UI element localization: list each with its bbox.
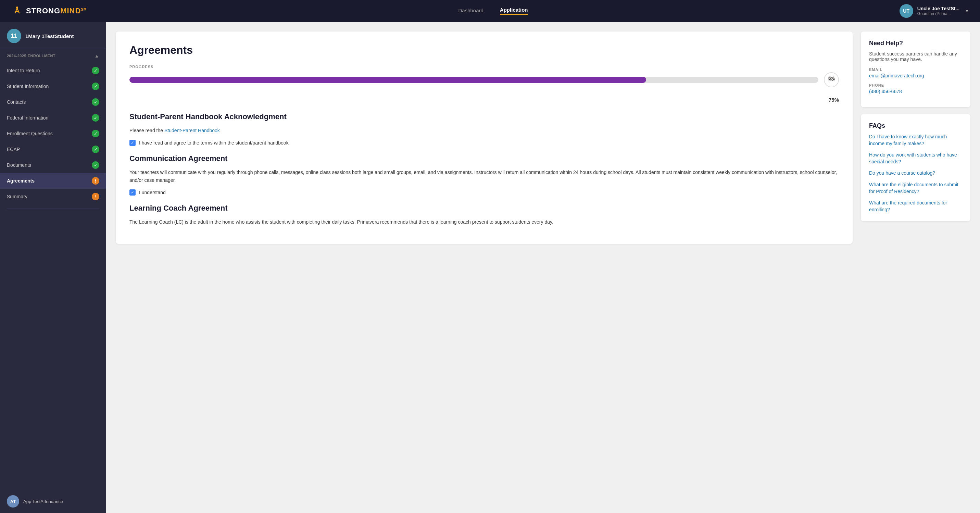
- help-email[interactable]: email@primaveratech.org: [869, 73, 962, 78]
- logo-text: STRONGMINDSM: [26, 6, 87, 15]
- progress-percentage: 75%: [129, 97, 839, 103]
- user-menu[interactable]: UT Uncle Joe TestSt... Guardian (Prima..…: [899, 4, 969, 18]
- sidebar-item-enrollment-questions[interactable]: Enrollment Questions ✓: [0, 126, 106, 142]
- sidebar: 11 1Mary 1TestStudent 2024-2025 ENROLLME…: [0, 22, 106, 513]
- handbook-checkbox[interactable]: ✓: [129, 140, 135, 146]
- help-title: Need Help?: [869, 40, 962, 47]
- sidebar-item-documents[interactable]: Documents ✓: [0, 157, 106, 173]
- sidebar-item-student-information[interactable]: Student Information ✓: [0, 78, 106, 94]
- sidebar-item-intent-to-return[interactable]: Intent to Return ✓: [0, 63, 106, 78]
- nav-item-label: Contacts: [7, 99, 26, 105]
- page-layout: Agreements PROGRESS 🏁 75% Student-Parent…: [0, 22, 980, 513]
- right-panel: Need Help? Student success partners can …: [861, 32, 970, 221]
- progress-flag-icon: 🏁: [824, 72, 839, 87]
- user-role: Guardian (Prima...: [917, 11, 959, 16]
- faq-item-4[interactable]: What are the required documents for enro…: [869, 200, 962, 213]
- enrollment-label[interactable]: 2024-2025 ENROLLMENT ▲: [7, 53, 99, 59]
- learning-coach-section-body: The Learning Coach (LC) is the adult in …: [129, 218, 839, 226]
- bottom-avatar: AT: [7, 495, 19, 508]
- student-name: 1Mary 1TestStudent: [25, 33, 74, 39]
- faq-item-2[interactable]: Do you have a course catalog?: [869, 170, 962, 177]
- communication-checkbox-label: I understand: [139, 190, 166, 195]
- status-complete-icon: ✓: [92, 161, 99, 169]
- help-subtitle: Student success partners can handle any …: [869, 51, 962, 62]
- status-complete-icon: ✓: [92, 130, 99, 137]
- nav-item-label: Student Information: [7, 84, 49, 89]
- logo: STRONGMINDSM: [11, 5, 87, 17]
- sidebar-item-summary[interactable]: Summary !: [0, 189, 106, 204]
- progress-bar: [129, 77, 818, 83]
- status-pending-icon: !: [92, 177, 99, 185]
- sidebar-item-federal-information[interactable]: Federal Information ✓: [0, 110, 106, 126]
- faq-item-1[interactable]: How do you work with students who have s…: [869, 152, 962, 165]
- status-pending-icon: !: [92, 193, 99, 200]
- sidebar-bottom: AT App TestAttendance: [0, 490, 106, 513]
- chevron-up-icon: ▲: [94, 53, 99, 59]
- help-card: Need Help? Student success partners can …: [861, 32, 970, 107]
- nav-links: Dashboard Application: [458, 7, 528, 15]
- faq-title: FAQs: [869, 122, 962, 129]
- main-content: Agreements PROGRESS 🏁 75% Student-Parent…: [106, 22, 980, 513]
- nav-item-label: ECAP: [7, 147, 20, 152]
- page-title: Agreements: [129, 44, 839, 56]
- sidebar-item-contacts[interactable]: Contacts ✓: [0, 94, 106, 110]
- nav-item-label: Agreements: [7, 178, 35, 183]
- nav-items: Intent to Return ✓ Student Information ✓…: [0, 61, 106, 206]
- handbook-section-title: Student-Parent Handbook Acknowledgment: [129, 112, 839, 121]
- user-info: Uncle Joe TestSt... Guardian (Prima...: [917, 6, 959, 16]
- handbook-link[interactable]: Student-Parent Handbook: [164, 128, 220, 133]
- user-name: Uncle Joe TestSt...: [917, 6, 959, 11]
- faq-item-3[interactable]: What are the eligible documents to submi…: [869, 182, 962, 195]
- help-phone[interactable]: (480) 456-6678: [869, 89, 962, 94]
- nav-item-label: Enrollment Questions: [7, 131, 53, 136]
- bottom-user-name: App TestAttendance: [23, 499, 63, 504]
- progress-bar-fill: [129, 77, 646, 83]
- nav-item-label: Summary: [7, 194, 27, 199]
- student-badge: 11: [7, 29, 21, 43]
- nav-item-label: Federal Information: [7, 115, 48, 121]
- student-header: 11 1Mary 1TestStudent: [0, 22, 106, 49]
- nav-item-label: Intent to Return: [7, 68, 40, 73]
- enrollment-section: 2024-2025 ENROLLMENT ▲: [0, 49, 106, 61]
- nav-dashboard[interactable]: Dashboard: [458, 8, 483, 15]
- sidebar-divider: [7, 209, 99, 209]
- phone-label: PHONE: [869, 83, 962, 87]
- email-label: EMAIL: [869, 67, 962, 72]
- nav-item-label: Documents: [7, 163, 31, 168]
- handbook-checkbox-label: I have read and agree to the terms withi…: [139, 140, 289, 145]
- svg-point-1: [16, 6, 18, 8]
- faq-card: FAQs Do I have to know exactly how much …: [861, 114, 970, 221]
- chevron-down-icon: ▼: [965, 8, 969, 13]
- progress-label: PROGRESS: [129, 65, 839, 69]
- status-complete-icon: ✓: [92, 67, 99, 74]
- agreements-card: Agreements PROGRESS 🏁 75% Student-Parent…: [116, 32, 853, 244]
- handbook-checkbox-row: ✓ I have read and agree to the terms wit…: [129, 140, 839, 146]
- nav-application[interactable]: Application: [500, 7, 528, 15]
- sidebar-item-agreements[interactable]: Agreements !: [0, 173, 106, 189]
- top-navigation: STRONGMINDSM Dashboard Application UT Un…: [0, 0, 980, 22]
- logo-icon: [11, 5, 23, 17]
- status-complete-icon: ✓: [92, 145, 99, 153]
- faq-item-0[interactable]: Do I have to know exactly how much incom…: [869, 134, 962, 147]
- progress-row: 🏁: [129, 72, 839, 87]
- status-complete-icon: ✓: [92, 98, 99, 106]
- communication-checkbox-row: ✓ I understand: [129, 190, 839, 196]
- learning-coach-section-title: Learning Coach Agreement: [129, 204, 839, 213]
- handbook-section-intro: Please read the Student-Parent Handbook: [129, 127, 839, 134]
- status-complete-icon: ✓: [92, 83, 99, 90]
- communication-checkbox[interactable]: ✓: [129, 190, 135, 196]
- communication-section-title: Communication Agreement: [129, 154, 839, 163]
- user-avatar: UT: [899, 4, 913, 18]
- status-complete-icon: ✓: [92, 114, 99, 121]
- sidebar-item-ecap[interactable]: ECAP ✓: [0, 142, 106, 157]
- communication-section-body: Your teachers will communicate with you …: [129, 169, 839, 184]
